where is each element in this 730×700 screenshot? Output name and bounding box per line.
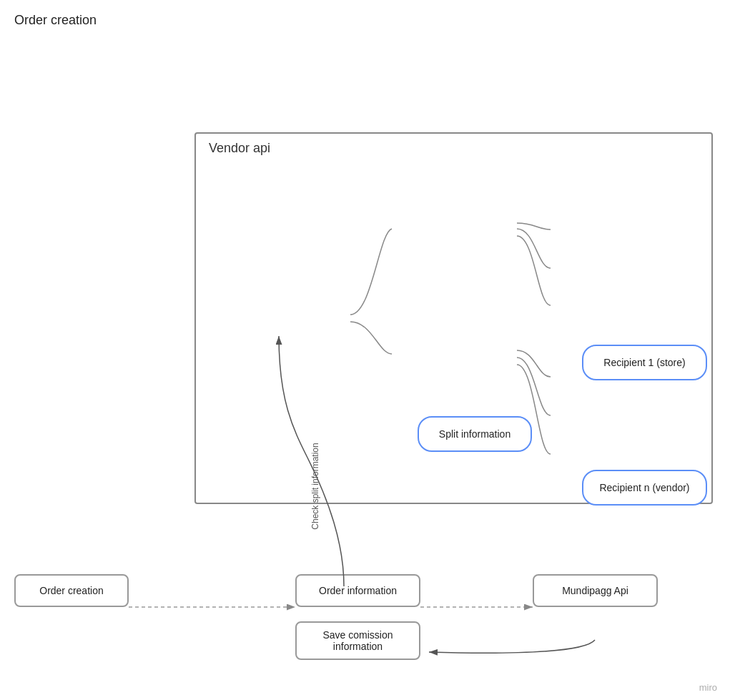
recipient1-node[interactable]: Recipient 1 (store) [582,345,707,380]
page-title: Order creation [14,13,97,28]
save-commission-node[interactable]: Save comission information [295,621,420,660]
mundipagg-api-node[interactable]: Mundipagg Api [533,574,658,607]
order-information-node[interactable]: Order information [295,574,420,607]
order-creation-node[interactable]: Order creation [14,574,129,607]
recipientn-node[interactable]: Recipient n (vendor) [582,470,707,506]
vendor-api-box: Vendor api Split information Recipient 1… [194,132,713,504]
miro-label: miro [699,682,717,693]
split-information-node[interactable]: Split information [418,416,532,452]
vendor-api-label: Vendor api [209,141,270,156]
